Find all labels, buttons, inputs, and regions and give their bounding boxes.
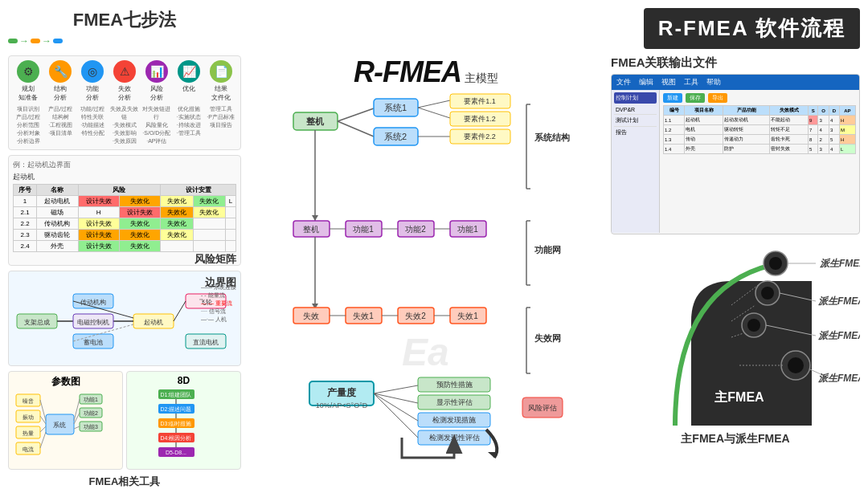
detail-7: 管理工具·P产品标准项目报告 [205, 105, 236, 145]
svg-text:噪音: 噪音 [23, 398, 34, 404]
derived-inner-1 [769, 257, 782, 270]
sw-table-header: 编号 项目名称 产品功能 失效模式 S O D AP [664, 106, 856, 116]
svg-marker-46 [312, 215, 318, 221]
risk-matrix-table: 序号 名称 风险 设计安置 1 起动电机 设计失效 失效化 失效化 [13, 184, 236, 252]
step-flow-1 [8, 39, 18, 43]
risk-matrix-section: 例：起动机边界面 起动机 序号 名称 风险 设计安置 1 [8, 155, 241, 266]
svg-text:D4:根因分析: D4:根因分析 [161, 435, 192, 441]
sw-btn-export[interactable]: 导出 [708, 93, 727, 103]
col-header-name: 名称 [37, 185, 78, 196]
table-row: 2.3 驱动齿轮 设计失效 失效化 失效化 [14, 230, 236, 241]
fmea-seven-steps-title: FMEA七步法 [8, 8, 241, 32]
table-row: 1 起动电机 设计失效 失效化 失效化 失效化 L [14, 196, 236, 207]
svg-text:D5-D8...: D5-D8... [166, 450, 186, 455]
step-3: ◎ 功能分析 [77, 60, 108, 102]
text-level1-1: 整机 [306, 116, 325, 126]
detail-4: 失效及失效链·失效模式·失效影响·失效原因 [109, 105, 141, 145]
step-icon-6: 📈 [178, 60, 200, 83]
failure-net-label: 失效网 [534, 333, 561, 343]
svg-line-43 [418, 108, 450, 118]
svg-text:D2:描述问题: D2:描述问题 [161, 406, 192, 412]
bd-text-3: 蓄电池 [84, 339, 103, 346]
fail-text-1: 失效 [303, 312, 319, 320]
svg-text:电流: 电流 [23, 446, 34, 452]
arrow-1: → [19, 35, 29, 47]
svg-line-18 [40, 426, 46, 432]
svg-text:D3:临时措施: D3:临时措施 [161, 421, 192, 426]
risk-matrix-label-small: 例：起动机边界面 [13, 160, 236, 170]
detail-5: 对失效链进行风险量化·S/O/D分配·AP评估 [141, 105, 172, 145]
svg-line-41 [338, 121, 374, 137]
top-section: FMEA七步法 → → R-FMEA 软件流程 [8, 8, 860, 49]
rfmea-software-title: R-FMEA 软件流程 [644, 8, 860, 49]
fail-text-2: 失效1 [353, 312, 374, 320]
step-7: 📄 结果文件化 [206, 60, 236, 102]
step-label-5: 风险分析 [141, 84, 172, 102]
fmea-output-title: FMEA关联输出文件 [611, 55, 860, 71]
middle-panel: R-FMEA 主模型 系统结构 整机 [248, 55, 604, 489]
main-model-svg: 系统结构 整机 系统1 系统2 [248, 92, 604, 462]
svg-text:功能2: 功能2 [84, 410, 98, 416]
step-icon-2: 🔧 [49, 60, 72, 83]
step-details: 项目识别产品/过程分析范围·分析对象·分析边界 产品/过程结构树·工程视图·项目… [13, 105, 236, 145]
risk-matrix-title: 风险矩阵 [13, 252, 236, 266]
step-label-4: 失效分析 [109, 84, 140, 102]
bd-text-4: 起动机 [144, 319, 163, 326]
sw-btn-save[interactable]: 保存 [686, 93, 705, 103]
svg-line-61 [374, 385, 418, 393]
text-level3-3: 要素件2.2 [464, 132, 496, 141]
output-screenshot: 文件 编辑 视图 工具 帮助 控制计划 DVP&R 测试计划 报告 [611, 74, 860, 234]
left-header: FMEA七步法 → → [8, 8, 241, 47]
step-icon-3: ◎ [81, 60, 104, 83]
eval-text-3: 检测发现措施 [432, 416, 476, 424]
rfmea-subtitle: 主模型 [465, 71, 498, 86]
derived-label-1: 派生FMEA [820, 258, 860, 269]
arrow-2: → [42, 35, 51, 47]
8d-svg: D1:组建团队 D2:描述问题 D3:临时措施 D4:根因分析 D5-D8... [130, 388, 223, 460]
col-header-num: 序号 [14, 185, 37, 196]
sw-main: 新建 保存 导出 编号 项目名称 产品功能 [660, 90, 859, 233]
sw-btn-new[interactable]: 新建 [663, 93, 682, 103]
tools-section: 参数图 噪音 振动 热量 电流 系统 功能1 [8, 371, 241, 470]
func-text-2: 功能1 [353, 225, 374, 234]
step-6: 📈 优化 [174, 60, 204, 102]
steps-flow: → → [8, 35, 241, 47]
sw-row: 1.4 外壳 防护 密封失效 5 3 4 L [664, 145, 856, 154]
func-text-1: 整机 [303, 225, 319, 234]
model-diagram: 系统结构 整机 系统1 系统2 [248, 92, 604, 489]
step-5: 📊 风险分析 [141, 60, 172, 102]
fmea-rel-title: 主FMEA与派生FMEA [611, 432, 860, 446]
ea-watermark: Ea [402, 331, 449, 373]
fail-text-3: 失效2 [405, 312, 426, 320]
sw-table: 编号 项目名称 产品功能 失效模式 S O D AP [663, 105, 856, 154]
main-fmea-label: 主FMEA [714, 389, 764, 404]
svg-text:功能3: 功能3 [84, 424, 98, 430]
step-label-2: 结构分析 [45, 84, 76, 102]
svg-line-62 [374, 393, 418, 403]
func-text-3: 功能2 [405, 225, 426, 234]
svg-line-19 [40, 432, 46, 448]
model-title-row: R-FMEA 主模型 [354, 55, 498, 89]
table-row: 2.1 磁场 H 设计失效 失效化 失效化 [14, 207, 236, 218]
svg-text:系统: 系统 [53, 422, 66, 429]
boundary-diagram: 边界图 支架总成 传动机构 蓄电池 起动机 飞轮 [8, 271, 241, 366]
bd-text-6: 电磁控制机 [77, 319, 109, 326]
sw-row: 1.1 起动机 起动发动机 不能起动 9 3 4 H [664, 116, 856, 125]
step-label-7: 结果文件化 [206, 84, 236, 102]
left-panel: ⚙ 规划知准备 🔧 结构分析 ◎ 功能分析 ⚠ 失效分析 [8, 55, 241, 489]
boundary-legend: —— 系统连接 - - 能量流 — — 重要流 ···· 信号流 —·— 人机 [201, 283, 236, 324]
derived-label-2: 派生FMEA [818, 295, 860, 307]
text-level3-1: 要素件1.1 [464, 97, 496, 105]
eval-text-4: 检测发现性评估 [429, 434, 480, 442]
step-icon-4: ⚠ [113, 60, 136, 83]
tools-label: FMEA相关工具 [8, 475, 241, 489]
sw-content: 控制计划 DVP&R 测试计划 报告 新建 保存 导出 [612, 90, 859, 233]
svg-line-40 [338, 108, 374, 121]
derived-inner-3 [747, 319, 760, 332]
text-level2-1: 系统1 [384, 103, 407, 112]
fail-text-4: 失效1 [457, 312, 478, 320]
main-container: FMEA七步法 → → R-FMEA 软件流程 ⚙ 规划知准备 [0, 0, 868, 489]
svg-line-42 [418, 100, 450, 108]
eval-text-1: 预防性措施 [436, 381, 473, 389]
step-label-6: 优化 [174, 84, 204, 93]
